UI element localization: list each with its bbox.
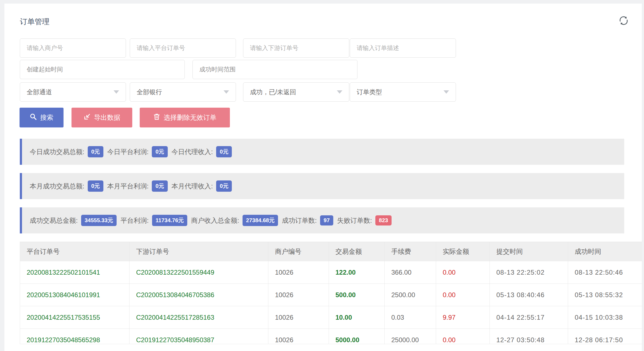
stat-label: 平台利润: — [120, 216, 149, 225]
status-badge: 27384.68元 — [243, 215, 278, 226]
merchant-no-input[interactable] — [20, 38, 126, 58]
delete-invalid-orders-button[interactable]: 选择删除无效订单 — [140, 108, 230, 127]
export-icon — [84, 113, 91, 122]
cell-fee: 366.00 — [385, 261, 436, 284]
search-icon — [30, 113, 37, 122]
stat-label: 今日平台利润: — [107, 147, 149, 156]
export-data-button[interactable]: 导出数据 — [71, 108, 132, 127]
month-stats-bar: 本月成功交易总额: 0元 本月平台利润: 0元 本月代理收入: 0元 — [20, 173, 624, 199]
col-header-merchant-no: 商户编号 — [268, 242, 329, 261]
today-stats-bar: 今日成功交易总额: 0元 今日平台利润: 0元 今日代理收入: 0元 — [20, 139, 624, 165]
cell-downstream-order-no: C20191227035048950387 — [130, 329, 268, 344]
cell-fee: 2500.00 — [385, 284, 436, 306]
orders-table: 平台订单号 下游订单号 商户编号 交易金额 手续费 实际金额 提交时间 成功时间… — [20, 242, 642, 344]
create-time-range-input[interactable] — [20, 60, 185, 79]
total-stats-bar: 成功交易总金额: 34555.33元 平台利润: 11734.76元 商户收入总… — [20, 207, 624, 233]
col-header-fee: 手续费 — [385, 242, 436, 261]
channel-select[interactable]: 全部通道 — [20, 82, 126, 102]
cell-merchant-no: 10026 — [268, 261, 329, 284]
status-badge: 0元 — [152, 180, 167, 192]
cell-platform-order-no: 20200813222502101541 — [20, 261, 130, 284]
cell-downstream-order-no: C20200813222501559449 — [130, 261, 268, 284]
cell-success-time: 12-28 06:17:50 — [568, 329, 642, 344]
cell-success-time: 04-15 10:03:38 — [568, 306, 642, 329]
bank-select[interactable]: 全部银行 — [130, 82, 236, 102]
chevron-down-icon — [337, 90, 342, 94]
stat-today-agent-income: 今日代理收入: 0元 — [172, 146, 236, 157]
cell-downstream-order-no: C20200414225517285163 — [130, 306, 268, 329]
stat-label: 今日代理收入: — [172, 147, 213, 156]
cell-success-time: 05-13 08:55:32 — [568, 284, 642, 306]
cell-submit-time: 08-13 22:25:02 — [490, 261, 568, 284]
col-header-platform-order-no: 平台订单号 — [20, 242, 130, 261]
status-badge: 0元 — [88, 146, 103, 157]
trash-icon — [153, 113, 160, 122]
search-button-label: 搜索 — [40, 113, 53, 122]
cell-platform-order-no: 20191227035048565298 — [20, 329, 130, 344]
cell-actual-amount: 0.00 — [436, 261, 490, 284]
stat-label: 成功订单数: — [282, 216, 317, 225]
status-badge: 0元 — [216, 146, 232, 157]
success-time-range-input[interactable] — [192, 60, 357, 79]
col-header-actual-amount: 实际金额 — [436, 242, 490, 261]
table-row: 20200813222502101541 C202008132225015594… — [20, 261, 642, 284]
cell-amount: 500.00 — [329, 284, 385, 306]
order-desc-input[interactable] — [350, 38, 456, 58]
delete-invalid-orders-button-label: 选择删除无效订单 — [164, 113, 216, 122]
export-data-button-label: 导出数据 — [94, 113, 120, 122]
status-badge: 97 — [320, 215, 333, 225]
cell-amount: 122.00 — [329, 261, 385, 284]
cell-submit-time: 04-14 22:55:17 — [490, 306, 568, 329]
cell-actual-amount: 0.00 — [436, 329, 490, 344]
table-row: 20191227035048565298 C201912270350489503… — [20, 329, 642, 344]
cell-platform-order-no: 20200513084046101991 — [20, 284, 130, 306]
cell-platform-order-no: 20200414225517535155 — [20, 306, 130, 329]
cell-fee: 25000.00 — [385, 329, 436, 344]
stat-label: 成功交易总金额: — [30, 216, 78, 225]
col-header-submit-time: 提交时间 — [490, 242, 568, 261]
stat-month-success-total: 本月成功交易总额: 0元 — [30, 180, 107, 192]
stat-label: 本月代理收入: — [172, 182, 213, 191]
stat-month-platform-profit: 本月平台利润: 0元 — [107, 180, 172, 192]
col-header-downstream-order-no: 下游订单号 — [130, 242, 268, 261]
cell-actual-amount: 0.00 — [436, 284, 490, 306]
stat-label: 今日成功交易总额: — [30, 147, 84, 156]
status-badge: 11734.76元 — [152, 215, 187, 226]
stat-label: 本月平台利润: — [107, 182, 149, 191]
status-badge: 0元 — [216, 180, 232, 192]
table-row: 20200414225517535155 C202004142255172851… — [20, 306, 642, 329]
cell-merchant-no: 10026 — [268, 306, 329, 329]
cell-merchant-no: 10026 — [268, 329, 329, 344]
stat-today-success-total: 今日成功交易总额: 0元 — [30, 146, 107, 157]
status-badge: 0元 — [88, 180, 103, 192]
status-select[interactable]: 成功，已/未返回 — [243, 82, 349, 102]
chevron-down-icon — [224, 90, 229, 94]
col-header-amount: 交易金额 — [329, 242, 385, 261]
stat-total-success-amount: 成功交易总金额: 34555.33元 — [30, 215, 120, 226]
stat-label: 本月成功交易总额: — [30, 182, 84, 191]
order-management-panel: 订单管理 全部通道 全部银行 成功，已/未返回 订单类型 — [4, 4, 642, 351]
stat-failed-order-count: 失败订单数: 823 — [337, 215, 395, 225]
cell-merchant-no: 10026 — [268, 284, 329, 306]
refresh-icon — [618, 22, 629, 27]
table-header-row: 平台订单号 下游订单号 商户编号 交易金额 手续费 实际金额 提交时间 成功时间 — [20, 242, 642, 261]
chevron-down-icon — [444, 90, 449, 94]
downstream-order-no-input[interactable] — [243, 38, 349, 58]
col-header-success-time: 成功时间 — [568, 242, 642, 261]
refresh-button[interactable] — [618, 15, 629, 26]
bank-select-value: 全部银行 — [137, 88, 162, 96]
page-title: 订单管理 — [20, 17, 49, 27]
stat-total-platform-profit: 平台利润: 11734.76元 — [120, 215, 191, 226]
order-type-select[interactable]: 订单类型 — [350, 82, 456, 102]
platform-order-no-input[interactable] — [130, 38, 236, 58]
table-row: 20200513084046101991 C202005130840467053… — [20, 284, 642, 306]
order-type-select-value: 订单类型 — [357, 88, 382, 96]
chevron-down-icon — [114, 90, 119, 94]
cell-submit-time: 12-27 03:50:48 — [490, 329, 568, 344]
stat-total-merchant-income: 商户收入总金额: 27384.68元 — [191, 215, 282, 226]
search-button[interactable]: 搜索 — [20, 108, 64, 127]
cell-amount: 10.00 — [329, 306, 385, 329]
stat-label: 失败订单数: — [337, 216, 372, 225]
status-badge: 823 — [375, 215, 392, 225]
cell-fee: 0.03 — [385, 306, 436, 329]
